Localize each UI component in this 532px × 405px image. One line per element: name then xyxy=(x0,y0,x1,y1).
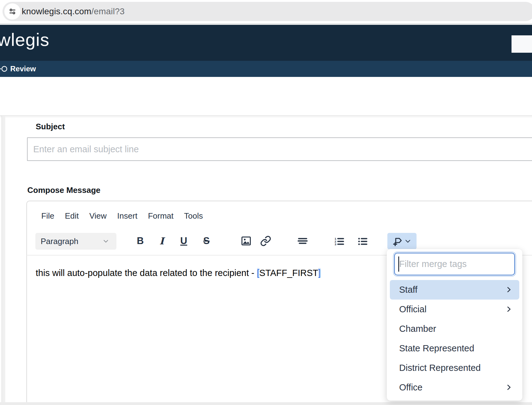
item-label: State Represented xyxy=(399,343,474,354)
menu-tools[interactable]: Tools xyxy=(184,211,203,221)
strikethrough-button[interactable]: S xyxy=(200,234,213,248)
editor-menubar: File Edit View Insert Format Tools xyxy=(41,211,203,221)
merge-tag-list: Staff Official Chamber State Represented… xyxy=(390,280,519,397)
menu-format[interactable]: Format xyxy=(148,211,174,221)
page: knowlegis.cq.com/email?3 wlegis Review S… xyxy=(0,0,532,405)
ordered-list-icon: 1 2 3 xyxy=(334,235,345,247)
item-label: Official xyxy=(399,304,426,314)
menu-insert[interactable]: Insert xyxy=(117,211,138,221)
step-circle-icon xyxy=(0,65,9,73)
filter-merge-tags-input[interactable] xyxy=(394,253,515,275)
paragraph-style-select[interactable]: Paragraph xyxy=(35,233,116,250)
chevron-down-icon xyxy=(404,238,411,245)
merge-tag-item-staff[interactable]: Staff xyxy=(390,280,519,300)
card-top-shadow xyxy=(0,116,532,118)
address-bar[interactable]: knowlegis.cq.com/email?3 xyxy=(2,2,532,21)
menu-file[interactable]: File xyxy=(41,211,54,221)
header-action-cutoff[interactable] xyxy=(512,35,532,53)
stepper-nav: Review xyxy=(0,61,532,77)
item-label: Office xyxy=(399,382,422,393)
app-header: wlegis xyxy=(0,25,532,61)
insert-link-button[interactable] xyxy=(259,234,273,248)
url-path: /email?3 xyxy=(91,7,124,16)
link-icon xyxy=(260,235,271,247)
merge-tag-item-official[interactable]: Official xyxy=(390,300,519,319)
page-bottom-edge xyxy=(0,402,532,405)
item-label: Staff xyxy=(399,285,417,295)
editor-toolbar: Paragraph B I U S xyxy=(27,232,532,250)
align-center-icon xyxy=(297,235,308,247)
merge-tag-item-office[interactable]: Office xyxy=(390,378,519,397)
italic-button[interactable]: I xyxy=(155,234,169,248)
message-text: this will auto-populate the data related… xyxy=(36,268,257,278)
ordered-list-button[interactable]: 1 2 3 xyxy=(332,234,346,248)
item-label: District Represented xyxy=(399,363,481,373)
subject-input[interactable] xyxy=(27,137,532,161)
merge-tag-item-chamber[interactable]: Chamber xyxy=(390,319,519,339)
site-settings-button[interactable] xyxy=(4,3,20,20)
menu-edit[interactable]: Edit xyxy=(65,211,79,221)
merge-tag-token[interactable]: STAFF_FIRST xyxy=(259,268,318,278)
underline-button[interactable]: U xyxy=(177,234,191,248)
nav-step-review[interactable]: Review xyxy=(10,61,36,77)
chevron-down-icon xyxy=(102,238,110,245)
chevron-right-icon xyxy=(505,305,512,313)
insert-merge-tag-button[interactable] xyxy=(387,233,417,249)
subject-label: Subject xyxy=(36,122,65,131)
app-logo[interactable]: wlegis xyxy=(0,29,49,50)
image-icon xyxy=(241,235,252,247)
menu-view[interactable]: View xyxy=(89,211,107,221)
tune-icon xyxy=(8,7,17,16)
bold-button[interactable]: B xyxy=(133,234,147,248)
merge-tag-filter xyxy=(394,253,515,275)
item-label: Chamber xyxy=(399,324,436,334)
chevron-right-icon xyxy=(505,286,512,293)
browser-toolbar: knowlegis.cq.com/email?3 xyxy=(0,0,532,24)
merge-tag-item-state-represented[interactable]: State Represented xyxy=(390,339,519,358)
url-text: knowlegis.cq.com/email?3 xyxy=(22,2,125,21)
align-center-button[interactable] xyxy=(296,234,309,248)
compose-message-label: Compose Message xyxy=(27,185,101,195)
url-domain: knowlegis.cq.com xyxy=(22,7,91,16)
merge-tag-bracket-open: [ xyxy=(257,268,259,278)
merge-tag-dropdown: Staff Official Chamber State Represented… xyxy=(387,249,522,401)
svg-text:3: 3 xyxy=(335,243,336,246)
bullet-list-button[interactable] xyxy=(356,234,369,248)
bullet-list-icon xyxy=(357,235,368,247)
merge-tag-bracket-close: ] xyxy=(318,268,321,278)
merge-tag-icon xyxy=(393,236,403,247)
paragraph-style-label: Paragraph xyxy=(41,237,78,246)
merge-tag-item-district-represented[interactable]: District Represented xyxy=(390,358,519,378)
chevron-right-icon xyxy=(505,384,512,391)
text-caret xyxy=(398,256,399,272)
left-gutter xyxy=(2,116,5,405)
insert-image-button[interactable] xyxy=(239,234,253,248)
